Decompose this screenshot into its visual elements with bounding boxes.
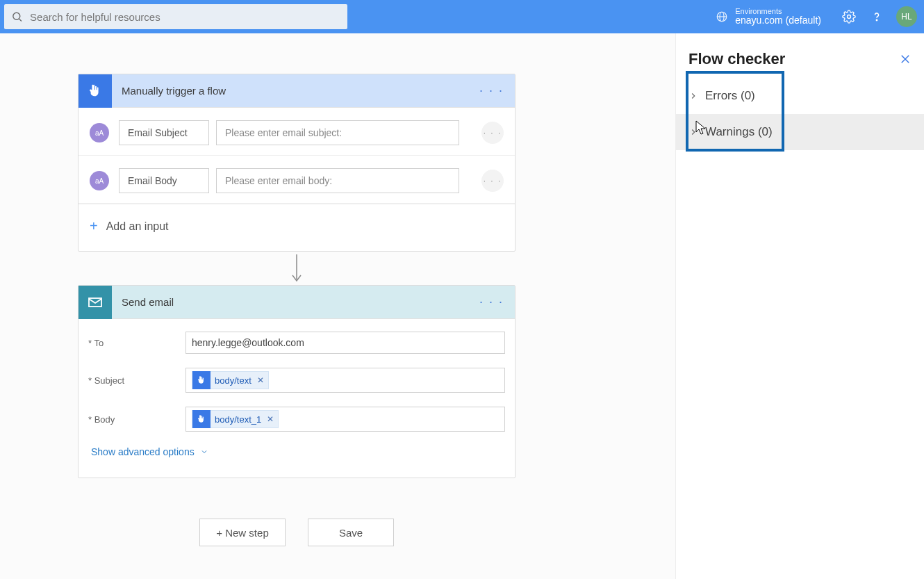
param-label[interactable]: Email Body [119, 168, 209, 193]
body-row: * Body body/text_1 ✕ [79, 400, 515, 439]
arrow-down-icon [290, 253, 304, 284]
body-label: * Body [88, 414, 185, 425]
advanced-label: Show advanced options [91, 446, 195, 457]
action-card: Send email · · · * To henry.legge@outloo… [78, 285, 515, 478]
token-text: body/text_1 [215, 414, 261, 425]
search-input[interactable] [28, 10, 340, 24]
body-input[interactable]: body/text_1 ✕ [185, 407, 505, 432]
action-more-button[interactable]: · · · [479, 295, 504, 309]
errors-section[interactable]: Errors (0) [676, 78, 924, 114]
global-search[interactable] [4, 4, 347, 29]
trigger-input-row: aA Email Subject Please enter email subj… [79, 108, 515, 156]
new-step-button[interactable]: + New step [199, 519, 286, 546]
plus-icon: + [90, 218, 98, 234]
trigger-title: Manually trigger a flow [122, 85, 479, 97]
svg-point-6 [876, 19, 877, 20]
action-card-header[interactable]: Send email · · · [79, 286, 515, 319]
footer-actions: + New step Save [78, 519, 515, 546]
connector-arrow[interactable] [78, 252, 515, 285]
svg-point-5 [848, 15, 851, 19]
text-param-icon: aA [90, 123, 109, 142]
svg-line-1 [19, 19, 22, 21]
flow-checker-panel: Flow checker Errors (0) Warnings (0) [675, 33, 924, 579]
action-icon [79, 286, 112, 319]
param-more-button[interactable]: · · · [481, 170, 504, 192]
environment-picker[interactable]: Environments enayu.com (default) [716, 7, 821, 26]
subject-input[interactable]: body/text ✕ [185, 368, 505, 393]
subject-row: * Subject body/text ✕ [79, 361, 515, 400]
show-advanced-toggle[interactable]: Show advanced options [91, 446, 208, 457]
environment-name: enayu.com (default) [735, 15, 821, 26]
token-remove[interactable]: ✕ [267, 414, 274, 424]
chevron-right-icon [688, 127, 698, 137]
help-button[interactable] [870, 10, 884, 24]
settings-button[interactable] [842, 10, 856, 24]
action-title: Send email [122, 296, 479, 308]
token-text: body/text [215, 375, 251, 386]
question-icon [870, 10, 884, 24]
chevron-down-icon [200, 448, 208, 456]
warnings-label: Warnings (0) [705, 125, 773, 139]
to-label: * To [88, 338, 185, 348]
dynamic-token[interactable]: body/text ✕ [192, 371, 269, 389]
flow-checker-title: Flow checker [688, 50, 899, 68]
token-icon [192, 410, 211, 428]
search-icon [11, 10, 23, 23]
globe-icon [716, 10, 728, 23]
trigger-card: Manually trigger a flow · · · aA Email S… [78, 74, 515, 252]
to-row: * To henry.legge@outlook.com [79, 325, 515, 361]
save-button[interactable]: Save [308, 519, 394, 546]
add-input-button[interactable]: + Add an input [79, 204, 515, 251]
environment-label: Environments [735, 7, 821, 15]
token-remove[interactable]: ✕ [257, 375, 264, 385]
envelope-icon [87, 294, 104, 311]
param-placeholder-input[interactable]: Please enter email body: [216, 168, 459, 193]
add-input-label: Add an input [106, 220, 169, 233]
param-placeholder-input[interactable]: Please enter email subject: [216, 120, 459, 145]
user-avatar[interactable]: HL [896, 6, 917, 27]
subject-label: * Subject [88, 375, 185, 386]
param-more-button[interactable]: · · · [481, 122, 504, 144]
dynamic-token[interactable]: body/text_1 ✕ [192, 410, 279, 428]
gear-icon [842, 10, 856, 24]
trigger-card-header[interactable]: Manually trigger a flow · · · [79, 74, 515, 108]
close-icon [899, 53, 911, 65]
text-param-icon: aA [90, 171, 109, 190]
token-icon [192, 371, 211, 389]
top-bar: Environments enayu.com (default) HL [0, 0, 924, 33]
trigger-icon [79, 74, 112, 108]
trigger-input-row: aA Email Body Please enter email body: ·… [79, 156, 515, 204]
flow-checker-close[interactable] [899, 53, 911, 65]
chevron-right-icon [688, 91, 698, 101]
warnings-section[interactable]: Warnings (0) [676, 114, 924, 150]
flow-canvas: Manually trigger a flow · · · aA Email S… [0, 33, 675, 579]
to-input[interactable]: henry.legge@outlook.com [185, 332, 505, 354]
errors-label: Errors (0) [705, 89, 755, 103]
trigger-more-button[interactable]: · · · [479, 83, 504, 98]
param-label[interactable]: Email Subject [119, 120, 209, 145]
pointer-icon [88, 83, 103, 99]
svg-point-0 [13, 13, 20, 19]
